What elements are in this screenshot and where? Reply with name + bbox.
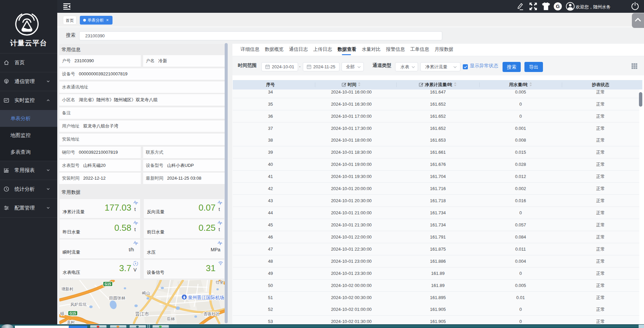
svg-text:G15: G15 (105, 282, 111, 286)
svg-text:晋江市: 晋江市 (135, 311, 149, 317)
svg-text:仕全: 仕全 (215, 280, 224, 285)
svg-text:后林: 后林 (167, 317, 175, 321)
svg-text:G15: G15 (70, 312, 76, 315)
svg-text:袁村: 袁村 (67, 320, 75, 324)
svg-text:崎山: 崎山 (142, 291, 150, 295)
svg-text:镇: 镇 (60, 311, 64, 316)
svg-text:泉州晋江国际机场: 泉州晋江国际机场 (188, 295, 224, 300)
svg-text:田园张林: 田园张林 (109, 296, 126, 300)
svg-text:杏坂社区: 杏坂社区 (203, 312, 220, 316)
svg-text:风炉后坑: 风炉后坑 (70, 302, 87, 307)
svg-text:塘新村: 塘新村 (61, 287, 73, 291)
